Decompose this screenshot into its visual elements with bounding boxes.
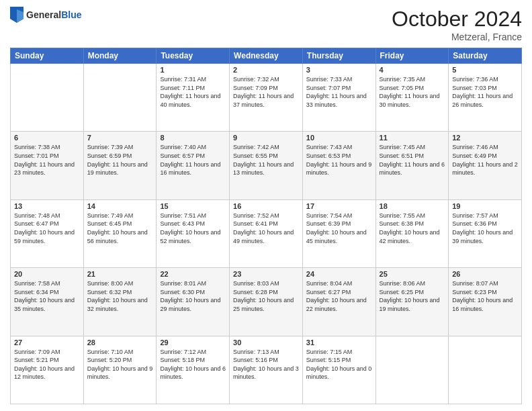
day-number: 6: [14, 134, 80, 142]
day-number: 12: [452, 134, 518, 142]
day-info: Sunrise: 7:46 AM Sunset: 6:49 PM Dayligh…: [452, 143, 518, 177]
calendar-cell: [83, 64, 157, 132]
day-number: 14: [87, 202, 153, 210]
logo-general: General: [26, 9, 61, 20]
day-number: 24: [306, 270, 372, 278]
day-info: Sunrise: 7:49 AM Sunset: 6:45 PM Dayligh…: [87, 212, 153, 245]
day-number: 5: [452, 66, 518, 74]
calendar-cell: 15Sunrise: 7:51 AM Sunset: 6:43 PM Dayli…: [157, 199, 230, 267]
calendar-cell: 24Sunrise: 8:04 AM Sunset: 6:27 PM Dayli…: [302, 268, 375, 336]
calendar-cell: 22Sunrise: 8:01 AM Sunset: 6:30 PM Dayli…: [157, 268, 230, 336]
day-number: 11: [380, 134, 445, 142]
calendar-cell: 27Sunrise: 7:09 AM Sunset: 5:21 PM Dayli…: [11, 336, 84, 404]
day-info: Sunrise: 7:12 AM Sunset: 5:18 PM Dayligh…: [160, 348, 226, 381]
week-row-2: 13Sunrise: 7:48 AM Sunset: 6:47 PM Dayli…: [11, 199, 522, 267]
day-info: Sunrise: 8:01 AM Sunset: 6:30 PM Dayligh…: [160, 279, 226, 313]
day-info: Sunrise: 7:58 AM Sunset: 6:34 PM Dayligh…: [14, 279, 80, 313]
week-row-4: 27Sunrise: 7:09 AM Sunset: 5:21 PM Dayli…: [11, 336, 522, 404]
day-info: Sunrise: 7:10 AM Sunset: 5:20 PM Dayligh…: [87, 348, 153, 381]
calendar-cell: 3Sunrise: 7:33 AM Sunset: 7:07 PM Daylig…: [302, 64, 375, 132]
title-block: October 2024 Metzeral, France: [392, 7, 522, 42]
day-info: Sunrise: 8:04 AM Sunset: 6:27 PM Dayligh…: [306, 279, 372, 313]
col-sunday: Sunday: [11, 48, 84, 64]
calendar-cell: 4Sunrise: 7:35 AM Sunset: 7:05 PM Daylig…: [375, 64, 449, 132]
week-row-3: 20Sunrise: 7:58 AM Sunset: 6:34 PM Dayli…: [11, 268, 522, 336]
calendar-cell: 23Sunrise: 8:03 AM Sunset: 6:28 PM Dayli…: [230, 268, 303, 336]
col-monday: Monday: [83, 48, 157, 64]
calendar-cell: 1Sunrise: 7:31 AM Sunset: 7:11 PM Daylig…: [157, 64, 230, 132]
day-info: Sunrise: 7:51 AM Sunset: 6:43 PM Dayligh…: [160, 212, 226, 245]
day-number: 27: [14, 338, 80, 347]
day-info: Sunrise: 8:03 AM Sunset: 6:28 PM Dayligh…: [233, 279, 299, 313]
calendar-cell: 21Sunrise: 8:00 AM Sunset: 6:32 PM Dayli…: [83, 268, 157, 336]
col-wednesday: Wednesday: [230, 48, 303, 64]
calendar-cell: 19Sunrise: 7:57 AM Sunset: 6:36 PM Dayli…: [449, 199, 522, 267]
calendar-cell: 9Sunrise: 7:42 AM Sunset: 6:55 PM Daylig…: [230, 132, 303, 199]
day-number: 7: [87, 134, 153, 142]
logo-blue: Blue: [61, 9, 81, 20]
calendar-cell: 5Sunrise: 7:36 AM Sunset: 7:03 PM Daylig…: [449, 64, 522, 132]
day-number: 29: [160, 338, 226, 347]
day-info: Sunrise: 7:35 AM Sunset: 7:05 PM Dayligh…: [380, 75, 445, 109]
page: GeneralBlue October 2024 Metzeral, Franc…: [0, 0, 532, 411]
calendar-cell: 14Sunrise: 7:49 AM Sunset: 6:45 PM Dayli…: [83, 199, 157, 267]
month-title: October 2024: [392, 7, 522, 32]
header: GeneralBlue October 2024 Metzeral, Franc…: [10, 7, 522, 42]
day-number: 13: [14, 202, 80, 210]
day-info: Sunrise: 7:43 AM Sunset: 6:53 PM Dayligh…: [306, 143, 372, 177]
day-number: 22: [160, 270, 226, 278]
calendar-cell: 8Sunrise: 7:40 AM Sunset: 6:57 PM Daylig…: [157, 132, 230, 199]
day-info: Sunrise: 8:06 AM Sunset: 6:25 PM Dayligh…: [380, 279, 445, 313]
day-info: Sunrise: 7:54 AM Sunset: 6:39 PM Dayligh…: [306, 212, 372, 245]
calendar-cell: 16Sunrise: 7:52 AM Sunset: 6:41 PM Dayli…: [230, 199, 303, 267]
day-number: 23: [233, 270, 299, 278]
logo-icon: [10, 7, 24, 23]
calendar-cell: 30Sunrise: 7:13 AM Sunset: 5:16 PM Dayli…: [230, 336, 303, 404]
day-info: Sunrise: 7:55 AM Sunset: 6:38 PM Dayligh…: [380, 212, 445, 245]
day-info: Sunrise: 7:13 AM Sunset: 5:16 PM Dayligh…: [233, 348, 299, 381]
calendar-cell: 13Sunrise: 7:48 AM Sunset: 6:47 PM Dayli…: [11, 199, 84, 267]
day-info: Sunrise: 7:15 AM Sunset: 5:15 PM Dayligh…: [306, 348, 372, 381]
day-info: Sunrise: 7:36 AM Sunset: 7:03 PM Dayligh…: [452, 75, 518, 109]
day-number: 1: [160, 66, 226, 74]
calendar-cell: 10Sunrise: 7:43 AM Sunset: 6:53 PM Dayli…: [302, 132, 375, 199]
calendar-cell: 31Sunrise: 7:15 AM Sunset: 5:15 PM Dayli…: [302, 336, 375, 404]
calendar-cell: 12Sunrise: 7:46 AM Sunset: 6:49 PM Dayli…: [449, 132, 522, 199]
day-number: 25: [380, 270, 445, 278]
week-row-0: 1Sunrise: 7:31 AM Sunset: 7:11 PM Daylig…: [11, 64, 522, 132]
header-row: Sunday Monday Tuesday Wednesday Thursday…: [11, 48, 522, 64]
col-thursday: Thursday: [302, 48, 375, 64]
day-number: 2: [233, 66, 299, 74]
day-info: Sunrise: 7:09 AM Sunset: 5:21 PM Dayligh…: [14, 348, 80, 381]
day-number: 16: [233, 202, 299, 210]
calendar-cell: 18Sunrise: 7:55 AM Sunset: 6:38 PM Dayli…: [375, 199, 449, 267]
calendar-cell: 20Sunrise: 7:58 AM Sunset: 6:34 PM Dayli…: [11, 268, 84, 336]
calendar-cell: [375, 336, 449, 404]
day-number: 20: [14, 270, 80, 278]
calendar-cell: 26Sunrise: 8:07 AM Sunset: 6:23 PM Dayli…: [449, 268, 522, 336]
day-number: 18: [380, 202, 445, 210]
calendar-cell: 28Sunrise: 7:10 AM Sunset: 5:20 PM Dayli…: [83, 336, 157, 404]
day-number: 31: [306, 338, 372, 347]
day-number: 8: [160, 134, 226, 142]
day-number: 17: [306, 202, 372, 210]
day-info: Sunrise: 7:33 AM Sunset: 7:07 PM Dayligh…: [306, 75, 372, 109]
day-info: Sunrise: 7:40 AM Sunset: 6:57 PM Dayligh…: [160, 143, 226, 177]
calendar-cell: 17Sunrise: 7:54 AM Sunset: 6:39 PM Dayli…: [302, 199, 375, 267]
calendar-table: Sunday Monday Tuesday Wednesday Thursday…: [10, 48, 522, 404]
calendar-cell: 11Sunrise: 7:45 AM Sunset: 6:51 PM Dayli…: [375, 132, 449, 199]
day-info: Sunrise: 7:32 AM Sunset: 7:09 PM Dayligh…: [233, 75, 299, 109]
day-info: Sunrise: 8:00 AM Sunset: 6:32 PM Dayligh…: [87, 279, 153, 313]
day-number: 15: [160, 202, 226, 210]
calendar-cell: 2Sunrise: 7:32 AM Sunset: 7:09 PM Daylig…: [230, 64, 303, 132]
day-info: Sunrise: 7:45 AM Sunset: 6:51 PM Dayligh…: [380, 143, 445, 177]
col-friday: Friday: [375, 48, 449, 64]
calendar-cell: [449, 336, 522, 404]
calendar-cell: 25Sunrise: 8:06 AM Sunset: 6:25 PM Dayli…: [375, 268, 449, 336]
day-info: Sunrise: 7:52 AM Sunset: 6:41 PM Dayligh…: [233, 212, 299, 245]
col-saturday: Saturday: [449, 48, 522, 64]
logo-text: GeneralBlue: [26, 9, 81, 21]
calendar-cell: 7Sunrise: 7:39 AM Sunset: 6:59 PM Daylig…: [83, 132, 157, 199]
week-row-1: 6Sunrise: 7:38 AM Sunset: 7:01 PM Daylig…: [11, 132, 522, 199]
day-number: 30: [233, 338, 299, 347]
